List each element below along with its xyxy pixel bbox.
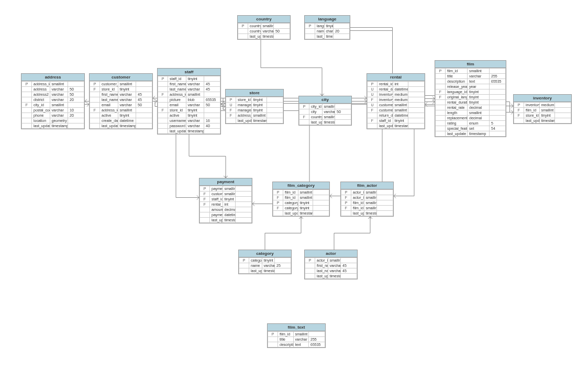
entity-city[interactable]: cityPcity_idsmallintcityvarchar50Fcountr… bbox=[298, 96, 352, 126]
col-len bbox=[267, 113, 283, 118]
column-row: Prental_idint bbox=[368, 82, 425, 87]
col-flag: F bbox=[273, 195, 283, 200]
col-name: customer_id bbox=[210, 192, 223, 197]
col-len bbox=[408, 87, 425, 92]
entity-actor[interactable]: actorPactor_idsmallintfirst_namevarchar4… bbox=[304, 250, 358, 279]
col-type: timestamp bbox=[261, 34, 274, 39]
col-name: amount bbox=[210, 207, 223, 212]
entity-address[interactable]: addressPaddress_idsmallintaddressvarchar… bbox=[21, 73, 85, 129]
col-len bbox=[313, 195, 329, 200]
col-name: email bbox=[100, 103, 118, 108]
col-name: address_id bbox=[236, 113, 252, 118]
column-row: Pstore_idtinyint bbox=[226, 97, 283, 103]
col-flag: F bbox=[436, 89, 446, 95]
column-row: passwordvarchar40 bbox=[158, 123, 220, 129]
col-flag: P bbox=[22, 82, 32, 87]
col-flag: P bbox=[305, 24, 315, 29]
entity-film_category[interactable]: film_categoryPfilm_idsmallintFfilm_idsma… bbox=[272, 182, 330, 217]
col-len bbox=[275, 268, 291, 274]
col-name: language_id bbox=[315, 24, 325, 29]
column-row: usernamevarchar16 bbox=[158, 118, 220, 123]
entity-film_actor[interactable]: film_actorPactor_idsmallintFactor_idsmal… bbox=[340, 182, 394, 217]
col-type: varchar bbox=[328, 263, 341, 268]
col-len bbox=[204, 92, 220, 97]
col-flag bbox=[368, 113, 378, 118]
col-flag bbox=[158, 129, 168, 134]
col-type: varchar bbox=[118, 92, 136, 97]
col-name: last_name bbox=[168, 87, 186, 92]
entity-columns: Pinventory_idmediumintFfilm_idsmallintFs… bbox=[514, 102, 571, 123]
col-type: int bbox=[393, 82, 408, 87]
column-row: rental_durationtinyint bbox=[436, 100, 506, 105]
col-name: film_id bbox=[278, 332, 294, 337]
col-name: last_update bbox=[248, 34, 261, 39]
col-name: last_update bbox=[315, 274, 328, 279]
entity-header: inventory bbox=[514, 95, 571, 102]
col-name: first_name bbox=[315, 263, 328, 268]
column-row: last_updatetimestamp bbox=[22, 123, 84, 129]
col-flag bbox=[22, 97, 32, 103]
column-row: Fcustomer_idsmallint bbox=[368, 108, 425, 113]
col-flag: F bbox=[158, 108, 168, 113]
entity-country[interactable]: countryPcountry_idsmallintcountryvarchar… bbox=[237, 15, 291, 40]
col-len: 65535 bbox=[309, 342, 325, 347]
col-name: country_id bbox=[248, 24, 261, 29]
col-len bbox=[490, 116, 506, 121]
col-len bbox=[236, 202, 252, 207]
col-name: staff_id bbox=[378, 118, 393, 123]
col-name: language_id bbox=[446, 89, 468, 95]
entity-rental[interactable]: rentalPrental_idintUrental_datedatetimeU… bbox=[367, 73, 425, 129]
col-len bbox=[408, 92, 425, 97]
col-len: 20 bbox=[68, 113, 84, 118]
col-flag: F bbox=[514, 108, 524, 113]
col-flag bbox=[22, 113, 32, 118]
col-flag bbox=[436, 126, 446, 131]
col-len: 50 bbox=[68, 87, 84, 92]
col-len bbox=[334, 34, 350, 39]
entity-store[interactable]: storePstore_idtinyintUmanager_staff_idti… bbox=[225, 89, 284, 124]
column-row: phonevarchar20 bbox=[22, 113, 84, 118]
col-type: text bbox=[468, 79, 490, 84]
entity-customer[interactable]: customerPcustomer_idsmallintFstore_idtin… bbox=[89, 73, 153, 129]
entity-columns: Pfilm_idsmallinttitlevarchar255descripti… bbox=[435, 68, 506, 137]
column-row: Umanager_staff_idtinyint bbox=[226, 103, 283, 108]
entity-inventory[interactable]: inventoryPinventory_idmediumintFfilm_ids… bbox=[513, 94, 572, 124]
column-row: first_namevarchar45 bbox=[305, 263, 357, 268]
col-name: username bbox=[168, 118, 186, 123]
col-len bbox=[313, 211, 329, 216]
col-type: year bbox=[468, 84, 490, 89]
col-flag: F bbox=[226, 113, 236, 118]
col-flag: P bbox=[273, 200, 283, 206]
column-row: addressvarchar50 bbox=[22, 87, 84, 92]
column-row: Fstaff_idtinyint bbox=[368, 118, 425, 123]
col-type: smallint bbox=[364, 190, 377, 195]
entity-payment[interactable]: paymentPpayment_idsmallintFcustomer_idsm… bbox=[199, 178, 252, 223]
col-flag: F bbox=[200, 197, 210, 202]
col-type: varchar bbox=[186, 123, 204, 129]
col-len bbox=[136, 87, 152, 92]
entity-columns: Pcategory_idtinyintnamevarchar25last_upd… bbox=[239, 257, 291, 274]
col-type: smallint bbox=[261, 24, 274, 29]
col-name: postal_code bbox=[32, 108, 50, 113]
entity-film[interactable]: filmPfilm_idsmallinttitlevarchar255descr… bbox=[435, 60, 506, 137]
col-flag: U bbox=[368, 103, 378, 108]
col-name: manager_staff_id bbox=[236, 103, 252, 108]
col-len: 16 bbox=[204, 118, 220, 123]
col-name: address bbox=[32, 87, 50, 92]
entity-category[interactable]: categoryPcategory_idtinyintnamevarchar25… bbox=[238, 250, 292, 274]
col-type: smallint bbox=[118, 108, 136, 113]
entity-header: rental bbox=[367, 74, 425, 81]
column-row: titlevarchar255 bbox=[436, 74, 506, 79]
entity-staff[interactable]: staffPstaff_idtinyintfirst_namevarchar45… bbox=[157, 68, 221, 134]
col-flag bbox=[514, 118, 524, 123]
entity-film_text[interactable]: film_textPfilm_idsmallinttitlevarchar255… bbox=[267, 323, 326, 348]
column-row: Pcity_idsmallint bbox=[299, 104, 351, 109]
col-name: last_update bbox=[283, 211, 298, 216]
col-type: smallint bbox=[251, 113, 267, 118]
col-type: tinyint bbox=[393, 118, 408, 123]
col-len: 20 bbox=[334, 29, 350, 34]
col-type: blob bbox=[186, 97, 204, 103]
col-name: category_id bbox=[249, 258, 262, 263]
col-name: address_id bbox=[168, 92, 186, 97]
entity-language[interactable]: languagePlanguage_idtinyintnamechar20las… bbox=[304, 15, 350, 40]
